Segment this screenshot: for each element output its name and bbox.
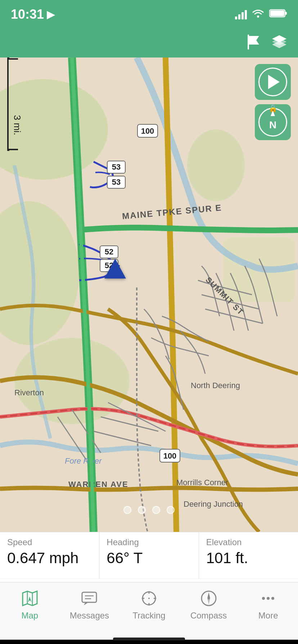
- signal-icon: [235, 9, 247, 19]
- tab-more[interactable]: More: [238, 588, 298, 621]
- carousel-dot-2: [138, 506, 146, 514]
- carousel-dots: [0, 506, 298, 514]
- tab-map[interactable]: Map: [0, 588, 60, 621]
- svg-rect-38: [82, 592, 96, 602]
- svg-text:Riverton: Riverton: [14, 388, 44, 397]
- svg-rect-2: [270, 10, 284, 16]
- play-button[interactable]: [255, 64, 291, 100]
- wifi-icon: [252, 8, 264, 21]
- flag-icon[interactable]: [246, 34, 261, 53]
- layers-icon[interactable]: [271, 34, 287, 52]
- svg-text:100: 100: [163, 451, 177, 460]
- heading-cell: Heading 66° T: [99, 532, 199, 579]
- svg-point-52: [267, 597, 270, 600]
- svg-text:53: 53: [112, 162, 121, 171]
- app-header: [0, 29, 298, 58]
- status-icons: [235, 8, 287, 21]
- svg-text:100: 100: [141, 126, 154, 135]
- svg-point-0: [257, 15, 259, 18]
- svg-rect-3: [285, 12, 287, 15]
- tab-messages[interactable]: Messages: [60, 588, 119, 621]
- tab-bar: Map Messages Tracking: [0, 582, 298, 640]
- svg-point-53: [271, 597, 274, 600]
- compass-inner: 🔒 N: [258, 108, 287, 137]
- battery-icon: [269, 9, 287, 20]
- compass-tab-icon: [199, 588, 219, 608]
- user-location-marker: [104, 259, 126, 279]
- svg-point-42: [148, 598, 150, 599]
- more-tab-icon: [258, 588, 278, 608]
- tracking-tab-label: Tracking: [132, 611, 165, 621]
- map-tab-icon: [20, 588, 40, 608]
- elevation-cell: Elevation 101 ft.: [199, 532, 298, 579]
- carousel-dot-3: [152, 506, 160, 514]
- more-tab-label: More: [258, 611, 278, 621]
- carousel-dot-4: [167, 506, 175, 514]
- compass-n-label: N: [269, 119, 276, 131]
- svg-text:Morrills Corner: Morrills Corner: [176, 478, 228, 487]
- speed-label: Speed: [7, 537, 92, 547]
- scale-bar: [7, 58, 9, 151]
- time-label: 10:31: [11, 7, 44, 22]
- play-triangle-icon: [268, 75, 280, 89]
- info-panel: Speed 0.647 mph Heading 66° T Elevation …: [0, 532, 298, 579]
- speed-cell: Speed 0.647 mph: [0, 532, 99, 579]
- heading-value: 66° T: [107, 549, 191, 567]
- status-bar: 10:31 ▶: [0, 0, 298, 29]
- svg-text:North Deering: North Deering: [191, 381, 240, 390]
- svg-point-50: [208, 597, 210, 599]
- svg-marker-37: [28, 597, 32, 602]
- map-area[interactable]: 100 100 52 52 53 53 MAINE TPKE SPUR E SU…: [0, 58, 298, 532]
- status-time: 10:31 ▶: [11, 7, 55, 22]
- messages-tab-icon: [79, 588, 99, 608]
- scale-label: 3 mi.: [12, 115, 23, 135]
- tab-tracking[interactable]: Tracking: [119, 588, 179, 621]
- svg-text:52: 52: [105, 247, 113, 256]
- compass-tab-label: Compass: [190, 611, 227, 621]
- svg-text:53: 53: [112, 178, 121, 187]
- location-arrow-icon: ▶: [47, 9, 55, 20]
- messages-tab-label: Messages: [70, 611, 109, 621]
- elevation-label: Elevation: [206, 537, 291, 547]
- carousel-dot-1: [123, 506, 131, 514]
- compass-north-arrow: [271, 110, 275, 116]
- svg-point-12: [187, 129, 245, 201]
- svg-text:WARREN AVE: WARREN AVE: [68, 480, 128, 489]
- speed-value: 0.647 mph: [7, 549, 92, 567]
- map-tab-label: Map: [21, 611, 38, 621]
- home-indicator: [113, 638, 185, 640]
- elevation-value: 101 ft.: [206, 549, 291, 567]
- svg-point-51: [262, 597, 265, 600]
- compass-button[interactable]: 🔒 N: [255, 104, 291, 140]
- tab-compass[interactable]: Compass: [179, 588, 239, 621]
- heading-label: Heading: [107, 537, 191, 547]
- tracking-tab-icon: [139, 588, 159, 608]
- svg-text:Fore River: Fore River: [65, 456, 102, 465]
- play-circle: [258, 68, 287, 96]
